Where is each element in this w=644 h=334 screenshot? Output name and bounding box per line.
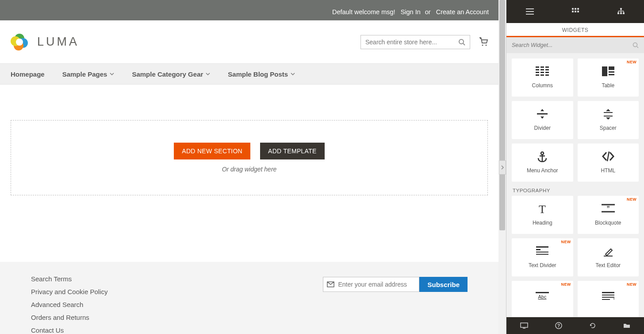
widget-card-html[interactable]: HTML [578, 144, 639, 182]
editor-tabs [506, 0, 644, 23]
widget-search-input[interactable] [512, 42, 632, 48]
nav-sample-blog-posts[interactable]: Sample Blog Posts [228, 70, 295, 78]
main-navigation: Homepage Sample Pages Sample Category Ge… [0, 63, 498, 85]
new-badge: NEW [561, 240, 571, 244]
svg-point-7 [482, 44, 483, 46]
panel-title: WIDGETS [506, 23, 644, 37]
email-input[interactable] [338, 281, 415, 288]
widget-card-blockquote[interactable]: NEW”Blockquote [578, 196, 639, 234]
svg-rect-62 [536, 292, 549, 293]
templates-button[interactable] [623, 322, 630, 329]
svg-point-28 [633, 43, 637, 47]
svg-rect-37 [540, 74, 544, 76]
nav-homepage[interactable]: Homepage [11, 70, 45, 78]
svg-rect-40 [545, 72, 549, 73]
nav-sample-pages[interactable]: Sample Pages [62, 70, 115, 78]
columns-icon [536, 66, 549, 78]
widget-card-columns[interactable]: Columns [512, 58, 573, 97]
svg-text:Abc: Abc [538, 294, 547, 299]
widget-card-divider[interactable]: Divider [512, 101, 573, 139]
create-account-link[interactable]: Create an Account [436, 8, 489, 16]
tab-navigator[interactable] [617, 8, 625, 15]
sitemap-icon [617, 8, 625, 15]
hamburger-icon [525, 8, 534, 15]
new-badge: NEW [627, 60, 636, 64]
widget-search[interactable] [506, 37, 644, 53]
widget-label: Divider [534, 125, 551, 131]
history-button[interactable] [589, 322, 596, 329]
svg-rect-20 [617, 12, 619, 14]
svg-rect-39 [545, 69, 549, 70]
add-template-button[interactable]: ADD TEMPLATE [260, 143, 325, 159]
help-button[interactable]: ? [555, 322, 562, 329]
svg-point-5 [459, 39, 464, 44]
widget-card-menu-anchor[interactable]: Menu Anchor [512, 144, 573, 182]
svg-rect-45 [609, 74, 614, 75]
grid-icon [572, 8, 579, 15]
tab-widgets[interactable] [572, 8, 579, 15]
svg-point-4 [16, 39, 23, 46]
svg-rect-65 [602, 295, 614, 295]
footer-link[interactable]: Orders and Returns [31, 314, 107, 321]
widget-card-table[interactable]: NEWTable [578, 58, 639, 97]
widget-card-spacer[interactable]: Spacer [578, 101, 639, 139]
responsive-button[interactable] [520, 322, 528, 329]
svg-line-29 [637, 47, 638, 48]
svg-text:”: ” [606, 205, 610, 212]
builder-canvas: ADD NEW SECTION ADD TEMPLATE Or drag wid… [0, 85, 498, 213]
widget-card-heading[interactable]: THeading [512, 196, 573, 234]
widget-label: Heading [533, 220, 552, 226]
tab-menu[interactable] [525, 8, 534, 15]
footer-link[interactable]: Advanced Search [31, 301, 107, 308]
svg-rect-30 [536, 66, 539, 68]
search-input[interactable] [365, 39, 458, 46]
svg-rect-13 [572, 8, 574, 10]
brand-logo[interactable]: LUMA [10, 32, 79, 52]
welcome-message: Default welcome msg! [332, 8, 395, 16]
spacer-icon [604, 109, 613, 120]
add-new-section-button[interactable]: ADD NEW SECTION [174, 143, 250, 159]
new-badge: NEW [561, 282, 571, 287]
widget-card-abc[interactable]: NEWAbc [512, 281, 573, 317]
nav-label: Homepage [11, 70, 45, 78]
widgets-list[interactable]: ColumnsNEWTableDividerSpacerMenu AnchorH… [506, 53, 644, 317]
drop-zone[interactable]: ADD NEW SECTION ADD TEMPLATE Or drag wid… [11, 120, 488, 195]
widget-label: HTML [601, 167, 615, 174]
desktop-icon [520, 322, 528, 329]
search-icon [458, 39, 465, 46]
footer-link[interactable]: Privacy and Cookie Policy [31, 288, 107, 295]
widget-card-text-editor[interactable]: Text Editor [578, 238, 639, 276]
abc-icon: Abc [536, 292, 549, 303]
svg-rect-18 [577, 11, 579, 12]
svg-rect-59 [536, 252, 548, 252]
widget-label: Blockquote [595, 220, 621, 226]
signin-link[interactable]: Sign In [401, 8, 421, 16]
svg-rect-44 [609, 71, 614, 73]
widget-card-list[interactable]: NEW+ [578, 281, 639, 317]
nav-sample-category-gear[interactable]: Sample Category Gear [132, 70, 210, 78]
panel-collapse-handle[interactable] [499, 160, 506, 175]
footer-link[interactable]: Search Terms [31, 275, 107, 283]
scrollbar-thumb[interactable] [499, 0, 505, 230]
cart-icon[interactable] [478, 37, 489, 47]
svg-rect-36 [540, 72, 544, 73]
svg-rect-66 [602, 297, 614, 298]
footer-links: Search Terms Privacy and Cookie Policy A… [31, 275, 107, 334]
nav-label: Sample Blog Posts [228, 70, 288, 78]
store-search[interactable] [360, 35, 470, 49]
svg-rect-16 [572, 11, 574, 12]
svg-rect-35 [540, 69, 544, 70]
list-icon: + [602, 292, 614, 303]
widget-card-text-divider[interactable]: NEWText Divider [512, 238, 573, 276]
svg-line-6 [463, 43, 465, 45]
new-badge: NEW [627, 197, 636, 202]
subscribe-button[interactable]: Subscribe [419, 277, 468, 292]
svg-rect-67 [602, 299, 610, 300]
footer-link[interactable]: Contact Us [31, 326, 107, 334]
table-icon [602, 66, 614, 78]
brand-name: LUMA [37, 35, 79, 49]
editor-bottom-bar: ? [506, 317, 644, 334]
heading-icon: T [537, 204, 548, 215]
nav-label: Sample Pages [62, 70, 107, 78]
svg-rect-17 [575, 11, 576, 12]
